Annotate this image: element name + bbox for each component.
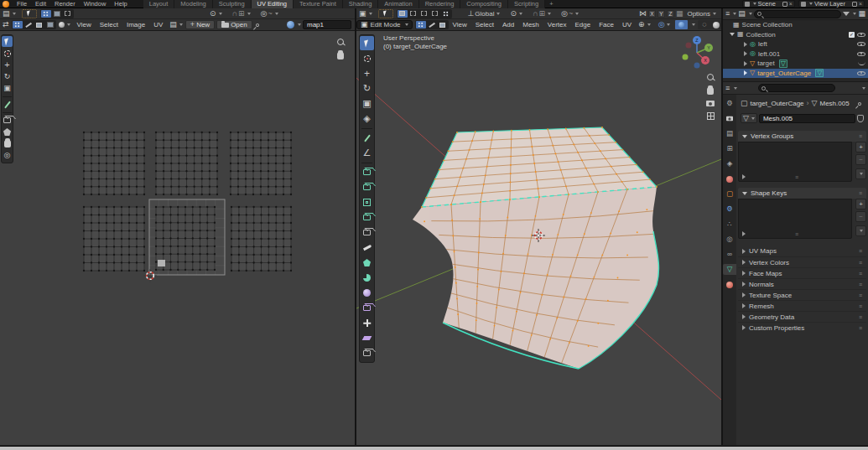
uv-edge-mode-button[interactable] bbox=[23, 21, 34, 28]
select-pill-3[interactable] bbox=[419, 10, 429, 18]
remove-view-layer-icon[interactable] bbox=[859, 1, 862, 8]
panel-menu-icon[interactable] bbox=[859, 248, 862, 254]
uv-tool-annotate[interactable] bbox=[2, 99, 13, 110]
uv-select-half-button[interactable] bbox=[52, 10, 62, 18]
vertex-group-specials-button[interactable] bbox=[855, 168, 866, 179]
panel-menu-icon[interactable] bbox=[859, 271, 862, 277]
mirror-z-button[interactable]: Z bbox=[667, 10, 674, 18]
proportional-edit-toggle[interactable] bbox=[559, 10, 581, 18]
tab-world[interactable] bbox=[723, 173, 736, 184]
uv-open-image-button[interactable]: Open bbox=[216, 20, 252, 29]
panel-custom-properties[interactable]: Custom Properties bbox=[738, 322, 866, 333]
uv-vertex-mode-button[interactable] bbox=[13, 21, 23, 28]
tool-transform[interactable] bbox=[360, 111, 374, 126]
tab-uv-editing[interactable]: UV Editing bbox=[252, 0, 294, 8]
uv-tool-select[interactable] bbox=[2, 36, 13, 47]
uv-face-mode-button[interactable] bbox=[34, 21, 44, 28]
new-scene-icon[interactable] bbox=[782, 2, 787, 7]
breadcrumb-object[interactable]: target_OuterCage bbox=[751, 100, 804, 107]
uv-tool-cursor[interactable] bbox=[2, 48, 13, 59]
mesh-name-field[interactable]: Mesh.005 bbox=[759, 114, 855, 123]
outliner-row-scene-collection[interactable]: Scene Collection bbox=[723, 20, 868, 30]
add-shape-key-button[interactable] bbox=[855, 199, 866, 209]
menu-render[interactable]: Render bbox=[50, 0, 80, 8]
tool-bevel[interactable] bbox=[360, 210, 374, 225]
vp-menu-vertex[interactable]: Vertex bbox=[543, 20, 571, 30]
mode-selector[interactable]: Edit Mode bbox=[356, 20, 413, 29]
tool-loop-cut[interactable] bbox=[360, 225, 374, 240]
tab-animation[interactable]: Animation bbox=[378, 0, 418, 8]
breadcrumb-data[interactable]: Mesh.005 bbox=[819, 100, 849, 107]
panel-vertex-colors[interactable]: Vertex Colors bbox=[738, 256, 866, 267]
tab-physics[interactable] bbox=[723, 234, 736, 245]
uv-snap-toggle[interactable] bbox=[230, 10, 253, 18]
mesh-data-browse-button[interactable] bbox=[741, 113, 757, 123]
snap-toggle[interactable] bbox=[530, 10, 554, 18]
tool-rotate[interactable] bbox=[360, 81, 374, 96]
pan-hand-icon[interactable] bbox=[707, 87, 714, 95]
tab-render[interactable] bbox=[723, 113, 736, 124]
uv-active-tool-button[interactable] bbox=[22, 9, 37, 18]
tool-extrude[interactable] bbox=[360, 180, 374, 194]
tab-scripting[interactable]: Scripting bbox=[508, 0, 545, 8]
uv-tool-move[interactable] bbox=[2, 59, 13, 70]
perspective-toggle-icon[interactable] bbox=[707, 112, 715, 120]
properties-editor-icon[interactable] bbox=[725, 85, 730, 92]
panel-geometry-data[interactable]: Geometry Data bbox=[738, 311, 866, 322]
uv-editor-type-button[interactable] bbox=[0, 10, 18, 18]
viewport-active-tool-button[interactable] bbox=[378, 9, 393, 18]
tool-measure[interactable] bbox=[360, 146, 374, 160]
face-select-button[interactable] bbox=[438, 21, 448, 28]
select-pill-5[interactable] bbox=[441, 10, 451, 18]
shape-keys-list[interactable] bbox=[738, 199, 852, 239]
tab-rendering[interactable]: Rendering bbox=[419, 0, 461, 8]
options-dropdown[interactable]: Options bbox=[684, 10, 719, 18]
expand-icon[interactable] bbox=[744, 61, 747, 66]
outliner-row-left[interactable]: left bbox=[723, 39, 868, 49]
vp-menu-mesh[interactable]: Mesh bbox=[518, 20, 543, 30]
panel-texture-space[interactable]: Texture Space bbox=[738, 289, 866, 300]
add-vertex-group-button[interactable] bbox=[855, 142, 866, 153]
tool-shrink-fatten[interactable] bbox=[360, 316, 374, 330]
uv-sync-selection-toggle[interactable] bbox=[0, 21, 12, 28]
add-workspace-button[interactable]: + bbox=[545, 0, 557, 8]
blender-logo-icon[interactable] bbox=[3, 1, 9, 8]
hide-collection-eye-icon[interactable] bbox=[857, 31, 865, 39]
uv-canvas[interactable] bbox=[0, 31, 355, 445]
uv-proportional-edit-toggle[interactable] bbox=[258, 10, 281, 18]
panel-menu-icon[interactable] bbox=[859, 260, 862, 266]
mirror-y-button[interactable]: Y bbox=[657, 10, 665, 18]
tab-tool[interactable] bbox=[723, 98, 736, 109]
panel-menu-icon[interactable] bbox=[859, 314, 862, 320]
outliner-search-input[interactable] bbox=[754, 10, 842, 18]
unlink-scene-icon[interactable] bbox=[789, 1, 793, 8]
editor-divider[interactable] bbox=[721, 8, 723, 445]
expand-icon[interactable] bbox=[744, 42, 747, 47]
viewport-canvas[interactable]: ZYX User Perspective (0) target_OuterCag… bbox=[356, 31, 721, 445]
uv-new-image-button[interactable]: New bbox=[185, 20, 215, 29]
hidden-object-eye-closed-icon[interactable] bbox=[858, 61, 865, 65]
tool-spin[interactable] bbox=[360, 271, 374, 285]
pin-icon[interactable] bbox=[255, 23, 260, 28]
panel-menu-icon[interactable] bbox=[859, 282, 862, 287]
vertex-select-button[interactable] bbox=[416, 21, 426, 28]
tool-cursor[interactable] bbox=[360, 51, 374, 65]
new-collection-icon[interactable] bbox=[858, 10, 865, 18]
tool-inset[interactable] bbox=[360, 195, 374, 209]
wireframe-shading-button[interactable] bbox=[699, 21, 709, 28]
list-resize-grip[interactable] bbox=[795, 174, 798, 180]
remove-vertex-group-button[interactable] bbox=[855, 154, 866, 165]
select-pill-4[interactable] bbox=[430, 10, 440, 18]
hide-object-eye-icon[interactable] bbox=[857, 40, 865, 48]
panel-face-maps[interactable]: Face Maps bbox=[738, 267, 866, 278]
fake-user-shield-icon[interactable] bbox=[857, 115, 864, 122]
tab-scene[interactable] bbox=[723, 158, 736, 169]
select-pill-2[interactable] bbox=[408, 10, 418, 18]
zoom-icon[interactable] bbox=[706, 73, 715, 81]
image-name-field[interactable]: map1 bbox=[303, 20, 351, 29]
tool-edge-slide[interactable] bbox=[360, 301, 374, 315]
pivot-point-dropdown[interactable] bbox=[507, 10, 525, 18]
uv-tool-pinch[interactable] bbox=[2, 150, 13, 161]
panel-normals[interactable]: Normals bbox=[738, 278, 866, 289]
pin-id-icon[interactable] bbox=[857, 101, 862, 106]
